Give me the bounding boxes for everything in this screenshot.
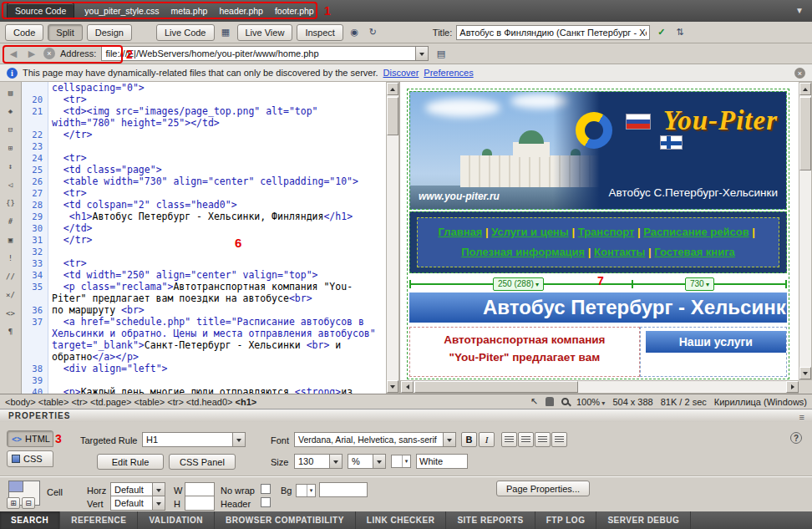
bottom-tab-site-reports[interactable]: SITE REPORTS [446,511,535,529]
code-scrollbar[interactable] [386,82,399,394]
apply-comment-icon[interactable]: // [3,270,18,282]
code-view[interactable]: cellspacing="0">20 <tr>21 <td><img src="… [22,82,386,394]
zoom-level[interactable]: 100% [576,397,605,407]
scrollbar-thumb[interactable] [414,381,578,393]
preferences-link[interactable]: Preferences [424,68,473,78]
zoom-tool-icon[interactable] [561,398,569,405]
unit-combobox[interactable]: % [348,454,386,469]
split-view-button[interactable]: Split [48,24,82,41]
live-view-button[interactable]: Live View [237,24,293,41]
vert-combobox[interactable]: Default [110,496,165,511]
remove-comment-icon[interactable]: ×/ [3,288,18,301]
select-tool-icon[interactable]: ↖ [530,396,538,407]
targeted-rule-arrow[interactable] [232,433,245,446]
bottom-tab-validation[interactable]: VALIDATION [138,511,215,529]
unit-arrow[interactable] [373,455,385,468]
color-value-input[interactable] [416,454,468,469]
filter-icon[interactable]: ▼ [795,6,804,15]
bottom-tab-search[interactable]: SEARCH [0,511,60,529]
forward-icon[interactable]: ▶ [25,47,38,60]
tag-selector-item[interactable]: <td.page> [90,397,132,407]
size-combobox[interactable]: 130 [294,454,343,469]
design-nav-link[interactable]: Услуги и цены [491,226,569,238]
related-file-tab[interactable]: header.php [219,6,263,16]
open-documents-icon[interactable]: ▤ [3,86,18,99]
title-input[interactable] [456,25,650,40]
scroll-left-button[interactable] [401,381,414,393]
no-wrap-checkbox[interactable] [261,484,271,494]
css-panel-button[interactable]: CSS Panel [169,454,236,470]
merge-cells-icon[interactable]: ⊞ [7,497,20,509]
bg-value-input[interactable] [319,482,368,497]
expand-all-icon[interactable]: ↕ [3,160,18,172]
select-parent-tag-icon[interactable]: ◁ [3,178,18,191]
help-icon[interactable]: ? [790,432,802,444]
tag-selector-item[interactable]: <table> [38,397,69,407]
bottom-tab-server-debug[interactable]: SERVER DEBUG [596,511,691,529]
balance-braces-icon[interactable]: {} [3,196,18,209]
related-file-tab[interactable]: footer.php [275,6,314,16]
syntax-error-alerts-icon[interactable]: ! [3,252,18,264]
highlight-invalid-code-icon[interactable]: ▣ [3,233,18,246]
cell-height-input[interactable] [185,496,215,511]
italic-button[interactable]: I [479,432,495,447]
tag-selector-item[interactable]: <h1> [236,397,257,407]
source-code-tab[interactable]: Source Code [7,3,74,19]
size-arrow[interactable] [329,455,342,468]
tag-selector-item[interactable]: <tr> [167,397,184,407]
table-width-menu[interactable]: 730 [685,277,714,291]
text-color-swatch[interactable]: ▾ [391,455,411,468]
align-right-button[interactable] [535,432,551,447]
line-numbers-icon[interactable]: # [3,215,18,227]
collapse-selection-icon[interactable]: ⊞ [3,141,18,154]
design-nav-link[interactable]: Контакты [594,246,645,258]
bg-color-swatch[interactable]: ▾ [296,484,316,497]
wrap-tag-icon[interactable]: <> [3,307,18,319]
bottom-tab-link-checker[interactable]: LINK CHECKER [356,511,447,529]
live-view-options-icon[interactable]: ▤ [434,47,448,60]
address-dropdown-arrow[interactable] [415,47,428,60]
properties-panel-header[interactable]: PROPERTIES ≡ [0,409,812,422]
related-file-tab[interactable]: meta.php [171,6,208,16]
format-source-code-icon[interactable]: ¶ [3,325,18,338]
back-icon[interactable]: ◀ [7,47,20,60]
file-management-icon[interactable]: ⇅ [672,26,687,39]
window-size[interactable]: 504 x 388 [612,397,652,407]
align-center-button[interactable] [518,432,534,447]
discover-link[interactable]: Discover [383,68,419,78]
design-vertical-scrollbar[interactable] [799,82,812,380]
horz-arrow[interactable] [152,483,165,496]
design-horizontal-scrollbar[interactable] [400,380,799,394]
html-properties-button[interactable]: <> HTML [7,430,53,447]
design-nav-link[interactable]: Полезная информация [461,246,585,258]
header-checkbox[interactable] [261,497,271,507]
design-nav-link[interactable]: Главная [438,226,482,238]
preview-in-browser-icon[interactable]: ◉ [348,26,362,39]
targeted-rule-combobox[interactable]: H1 [142,432,246,447]
font-combobox[interactable]: Verdana, Arial, Helvetica, sans-serif [294,432,456,447]
check-page-icon[interactable]: ✓ [654,26,668,39]
css-properties-button[interactable]: CSS [7,450,53,467]
code-view-button[interactable]: Code [5,24,43,41]
hand-tool-icon[interactable] [546,397,554,406]
split-cell-icon[interactable]: ⊟ [22,497,35,509]
scroll-up-button[interactable] [387,83,398,95]
stop-icon[interactable]: × [43,48,55,59]
tag-selector-item[interactable]: <tr> [71,397,88,407]
edit-rule-button[interactable]: Edit Rule [97,454,164,470]
align-left-button[interactable] [501,432,517,447]
vert-arrow[interactable] [152,496,165,510]
tag-selector-item[interactable]: <body> [5,397,36,407]
related-file-tab[interactable]: you_piter_style.css [84,6,159,16]
inspect-button[interactable]: Inspect [297,24,343,41]
scroll-right-button[interactable] [786,381,799,393]
bold-button[interactable]: B [461,432,477,447]
scrollbar-thumb[interactable] [387,97,398,135]
design-nav-link[interactable]: Гостевая книга [654,246,735,258]
refresh-icon[interactable]: ↻ [366,26,380,39]
tag-selector-item[interactable]: <td.head0> [186,397,233,407]
code-navigator-icon[interactable]: ▦ [219,26,233,39]
bottom-tab-ftp-log[interactable]: FTP LOG [535,511,597,529]
font-arrow[interactable] [443,433,455,446]
bottom-tab-browser-compatibility[interactable]: BROWSER COMPATIBILITY [215,511,356,529]
